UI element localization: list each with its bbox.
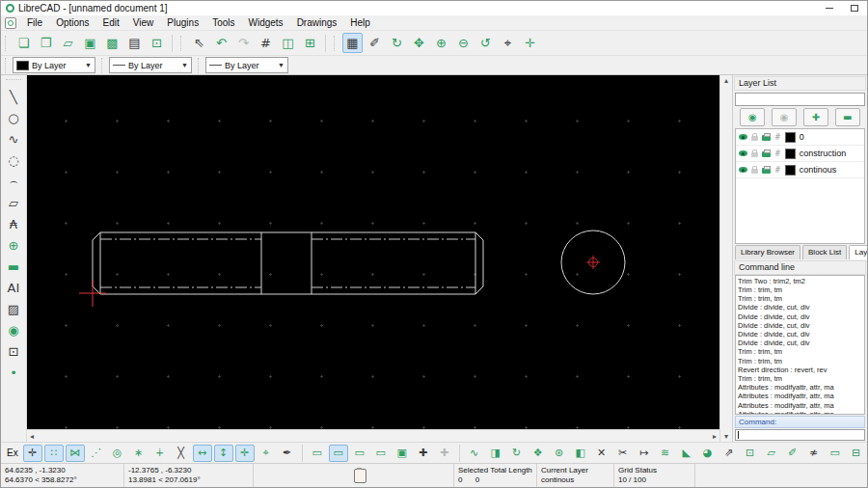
exclusive-snap-label[interactable]: Ex — [7, 447, 18, 458]
layer-color-swatch[interactable] — [785, 149, 796, 159]
snap-grid-icon[interactable]: ∷ — [44, 445, 64, 462]
scroll-right-icon[interactable]: ▸ — [710, 431, 719, 442]
pan-zoom-icon[interactable]: ✥ — [409, 33, 429, 53]
layer-print-icon[interactable] — [762, 168, 771, 174]
zoom-out-icon[interactable]: ⊖ — [453, 33, 474, 53]
print-icon[interactable]: ▤ — [124, 33, 145, 53]
explode-icon[interactable]: ⊟ — [847, 445, 866, 462]
line-tool-icon[interactable]: ╲ — [2, 86, 24, 107]
zoom-in-icon[interactable]: ⊕ — [431, 33, 451, 53]
mirror-copy-icon[interactable]: ◨ — [486, 445, 505, 462]
restrict-nothing-icon[interactable]: ✛ — [235, 445, 255, 462]
add-layer-button[interactable]: ✚ — [803, 108, 828, 126]
viewport-3-icon[interactable]: ▭ — [350, 445, 369, 462]
block-tool-icon[interactable]: ⊡ — [2, 340, 24, 362]
color-select[interactable]: By Layer ▼ — [13, 57, 95, 73]
viewport-1-icon[interactable]: ▭ — [308, 445, 327, 462]
undo-icon[interactable]: ↶ — [211, 33, 231, 53]
restrict-horizontal-icon[interactable]: ↔ — [193, 445, 212, 462]
rotate-two-icon[interactable]: ⊛ — [550, 445, 569, 462]
snap-distance-icon[interactable]: ∔ — [150, 445, 170, 462]
show-all-layers-button[interactable]: ◉ — [740, 108, 765, 126]
tab-library-browser[interactable]: Library Browser — [735, 245, 800, 258]
zoom-window-icon[interactable]: ⌖ — [498, 33, 518, 53]
fillet-icon[interactable]: ◕ — [698, 445, 718, 462]
command-input[interactable] — [735, 429, 865, 441]
circle-tool-icon[interactable]: ○ — [2, 107, 24, 128]
move-copy-icon[interactable]: ◧ — [571, 445, 590, 462]
remove-layer-button[interactable]: ▬ — [835, 108, 860, 126]
dimension-tool-icon[interactable]: ₳ — [2, 213, 24, 234]
save-as-icon[interactable]: ▩ — [102, 33, 122, 53]
snap-free-icon[interactable]: ✛ — [23, 445, 42, 462]
viewport-5-icon[interactable]: ▣ — [393, 445, 412, 462]
snap-on-entity-icon[interactable]: ⋰ — [87, 445, 106, 462]
print-preview-icon[interactable]: ⊡ — [147, 33, 167, 53]
polygon-edit-icon[interactable]: ▱ — [762, 445, 781, 462]
toolbar-grip[interactable] — [101, 58, 106, 73]
toolbar-grip[interactable] — [334, 36, 339, 51]
new-document-icon[interactable]: ❏ — [14, 33, 34, 53]
line-width-select[interactable]: By Layer ▼ — [109, 57, 192, 73]
ellipse-tool-icon[interactable]: ◌ — [2, 149, 24, 171]
toolbar-grip[interactable] — [6, 79, 21, 84]
scroll-up-icon[interactable]: ▴ — [721, 75, 731, 86]
new-window-icon[interactable]: ⊞ — [300, 33, 320, 53]
restrict-vertical-icon[interactable]: ↕ — [214, 445, 233, 462]
open-file-icon[interactable]: ▱ — [58, 33, 78, 53]
tab-layer-list[interactable]: Layer — [849, 245, 867, 258]
layer-visible-icon[interactable] — [739, 134, 747, 140]
set-relative-zero-icon[interactable]: ⌖ — [257, 445, 276, 462]
bevel-icon[interactable]: ◣ — [677, 445, 696, 462]
redo-icon[interactable]: ↷ — [233, 33, 254, 53]
layer-construction-icon[interactable]: # — [774, 166, 781, 175]
save-icon[interactable]: ▣ — [80, 33, 100, 53]
layer-row[interactable]: # continous — [736, 162, 864, 178]
layer-row[interactable]: # construction — [736, 146, 864, 162]
trim-icon[interactable]: ✕ — [592, 445, 611, 462]
snap-endpoint-icon[interactable]: ⋈ — [66, 445, 85, 462]
tile-windows-icon[interactable]: ◫ — [278, 33, 298, 53]
zoom-previous-icon[interactable]: ↺ — [475, 33, 496, 53]
toolbar-grip[interactable] — [5, 36, 10, 51]
pen-indicator-icon[interactable]: • — [2, 362, 24, 383]
text-tool-icon[interactable]: AI — [2, 277, 24, 298]
viewport-2-icon[interactable]: ▭ — [329, 445, 348, 462]
layer-lock-icon[interactable] — [751, 136, 758, 141]
layer-lock-icon[interactable] — [751, 169, 758, 174]
menu-edit[interactable]: Edit — [96, 16, 126, 29]
draft-mode-icon[interactable]: ✐ — [365, 33, 385, 53]
select-tool-icon[interactable]: ▱ — [2, 192, 24, 213]
layer-print-icon[interactable] — [762, 151, 771, 157]
lengthen-icon[interactable]: ↦ — [635, 445, 654, 462]
layer-row[interactable]: # 0 — [736, 129, 864, 146]
dimension-aligned-tool-icon[interactable]: ▬ — [2, 256, 24, 277]
scale-icon[interactable]: ⇗ — [719, 445, 739, 462]
move-rotate-icon[interactable]: ❖ — [529, 445, 548, 462]
maximize-button[interactable] — [842, 1, 867, 15]
drawing-canvas[interactable] — [27, 75, 719, 429]
spline-tool-icon[interactable]: ∿ — [2, 128, 24, 149]
snap-middle-icon[interactable]: ∗ — [129, 445, 149, 462]
lock-relative-zero-icon[interactable]: ✒ — [278, 445, 297, 462]
offset-icon[interactable]: ≋ — [656, 445, 675, 462]
select-window-icon[interactable]: # — [256, 33, 276, 53]
hide-all-layers-button[interactable]: ◉ — [772, 108, 797, 126]
grid-toggle-icon[interactable]: ▦ — [342, 33, 363, 53]
tab-block-list[interactable]: Block List — [802, 245, 847, 258]
line-type-select[interactable]: By Layer ▼ — [205, 57, 288, 73]
layer-construction-icon[interactable]: # — [774, 149, 781, 158]
snap-intersection-icon[interactable]: ╳ — [172, 445, 191, 462]
menu-drawings[interactable]: Drawings — [290, 16, 344, 29]
layer-lock-icon[interactable] — [751, 152, 758, 157]
new-from-template-icon[interactable]: ❐ — [36, 33, 56, 53]
menu-view[interactable]: View — [126, 16, 161, 29]
edit-spline-icon[interactable]: ∿ — [465, 445, 484, 462]
viewport-4-icon[interactable]: ▭ — [371, 445, 391, 462]
toolbar-grip[interactable] — [5, 58, 10, 73]
layer-color-swatch[interactable] — [785, 165, 796, 176]
menu-file[interactable]: File — [20, 16, 49, 29]
command-history[interactable]: Trim Two : trim2, tm2Trim : trim, tmTrim… — [735, 275, 865, 415]
menu-plugins[interactable]: Plugins — [160, 16, 205, 29]
layer-filter-input[interactable] — [735, 93, 865, 106]
